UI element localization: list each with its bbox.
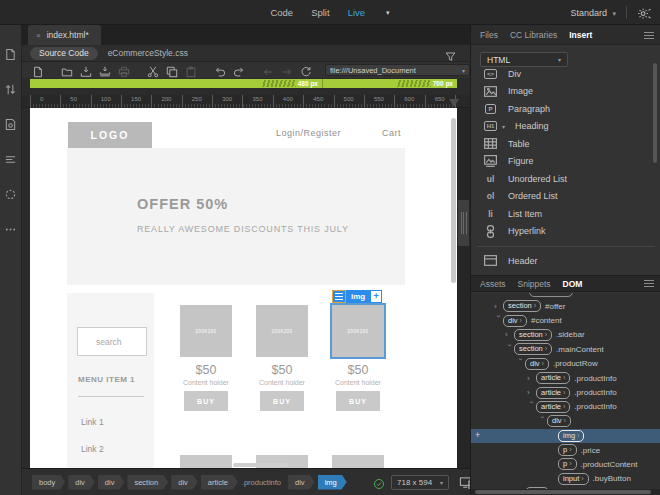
filter-icon[interactable] <box>445 48 456 59</box>
splitter-grip[interactable] <box>458 200 469 246</box>
expander-caret-icon[interactable]: › <box>527 374 536 383</box>
product-content-text[interactable]: Content holder <box>180 379 232 386</box>
dom-tree-node[interactable]: › p .productContent <box>471 457 660 471</box>
expander-caret-icon[interactable]: › <box>494 315 503 324</box>
expander-caret-icon[interactable]: › <box>505 344 514 353</box>
insert-panel-scrollbar[interactable] <box>653 63 657 163</box>
insert-item[interactable]: H1 ▾ Heading <box>471 118 660 136</box>
dom-node-tag[interactable]: div <box>547 415 571 427</box>
dom-tree-node[interactable]: › section .sidebar <box>471 328 660 342</box>
dom-tree-node[interactable]: › div .productRow <box>471 357 660 371</box>
cart-link[interactable]: Cart <box>382 128 401 138</box>
dom-tree-node[interactable]: › p .price <box>471 443 660 457</box>
dom-node-tag[interactable]: section <box>503 300 541 312</box>
tag-path-segment[interactable]: div <box>288 475 315 490</box>
expander-caret-icon[interactable]: › <box>538 416 547 425</box>
tag-path-segment[interactable]: div <box>68 475 95 490</box>
workspace-switcher[interactable]: Standard ▾ <box>570 8 616 18</box>
expander-caret-icon[interactable]: › <box>527 401 536 410</box>
tag-path-segment[interactable]: .productinfo <box>241 475 285 490</box>
live-preview-icon[interactable] <box>4 117 17 130</box>
sidebar-link[interactable]: Link 1 <box>81 417 104 427</box>
product-image-placeholder[interactable]: 200X200 <box>180 305 232 357</box>
insert-item[interactable]: <> ▾ Div <box>471 65 660 83</box>
related-file-source-code[interactable]: Source Code <box>30 47 98 60</box>
selected-tag-label[interactable]: img <box>346 290 370 303</box>
save-icon[interactable] <box>80 64 92 76</box>
add-element-button[interactable]: + <box>370 290 382 303</box>
dom-node-tag[interactable]: article <box>536 401 570 413</box>
copy-icon[interactable] <box>166 64 178 76</box>
gear-sync-icon[interactable] <box>637 6 652 19</box>
site-logo[interactable]: LOGO <box>68 122 152 148</box>
lint-ok-check-icon[interactable] <box>373 476 385 488</box>
print-icon[interactable] <box>118 64 130 76</box>
panel-menu-icon[interactable] <box>644 280 654 287</box>
open-icon[interactable] <box>61 64 73 76</box>
product-price[interactable]: $50 <box>256 363 308 377</box>
insert-item[interactable]: ▾ Header <box>471 252 660 270</box>
product-price[interactable]: $50 <box>332 363 384 377</box>
buy-button[interactable]: BUY <box>260 391 304 411</box>
view-mode-button[interactable]: Code <box>270 7 293 18</box>
view-mode-button[interactable]: Live <box>348 7 365 18</box>
panel-tab[interactable]: DOM <box>563 279 583 289</box>
expander-caret-icon[interactable]: › <box>527 388 536 397</box>
more-icon[interactable] <box>4 222 17 235</box>
tag-path-segment[interactable]: div <box>171 475 198 490</box>
panel-tab[interactable]: Snippets <box>518 279 551 289</box>
dom-panel-horizontal-scrollbar[interactable] <box>471 489 660 495</box>
save-all-icon[interactable] <box>99 64 111 76</box>
insert-item[interactable]: ▾ Table <box>471 135 660 153</box>
redo-icon[interactable] <box>233 64 245 76</box>
cut-icon[interactable] <box>147 64 159 76</box>
undo-icon[interactable] <box>214 64 226 76</box>
product-image-placeholder[interactable]: 200X200 <box>256 305 308 357</box>
product-content-text[interactable]: Content holder <box>332 379 384 386</box>
tag-path-segment[interactable]: section <box>127 475 168 490</box>
tag-path-segment[interactable]: article <box>201 475 238 490</box>
dom-tree-node[interactable]: › div #content <box>471 313 660 327</box>
product-image-placeholder[interactable]: 200X200 <box>332 305 384 357</box>
panel-splitter[interactable] <box>457 108 470 468</box>
dom-node-tag[interactable]: input <box>558 473 589 485</box>
dom-node-tag[interactable]: p <box>558 458 577 470</box>
document-tab[interactable]: × index.html* <box>28 25 101 45</box>
dom-node-tag[interactable]: p <box>558 444 577 456</box>
url-dropdown-icon[interactable]: ▾ <box>462 67 465 74</box>
ruler-position-marker[interactable] <box>449 99 459 107</box>
dom-node-tag[interactable]: img <box>558 430 584 442</box>
panel-tab[interactable]: Assets <box>480 279 506 289</box>
inspect-icon[interactable] <box>4 187 17 200</box>
canvas-vertical-scrollbar[interactable] <box>451 118 456 283</box>
dom-tree-node[interactable]: › section .mainContent <box>471 342 660 356</box>
expander-caret-icon[interactable]: › <box>494 302 503 311</box>
refresh-icon[interactable] <box>300 64 312 76</box>
insert-item[interactable]: P ▾ Paragraph <box>471 100 660 118</box>
insert-item[interactable]: ▾ Figure <box>471 153 660 171</box>
file-icon[interactable] <box>4 47 17 60</box>
tag-path-segment[interactable]: img <box>318 475 347 490</box>
dom-tree-node[interactable]: › div <box>471 414 660 428</box>
view-mode-button[interactable]: Split <box>311 7 329 18</box>
tag-path-segment[interactable]: body <box>32 475 65 490</box>
live-mode-caret-icon[interactable]: ▾ <box>386 9 390 17</box>
dom-tree-node[interactable]: › article .productInfo <box>471 371 660 385</box>
login-register-link[interactable]: Login/Register <box>276 128 341 138</box>
viewport-size-selector[interactable]: 718 x 594 ▾ <box>391 475 449 490</box>
panel-tab[interactable]: Files <box>480 30 498 40</box>
paste-icon[interactable] <box>185 64 197 76</box>
dom-tree-node[interactable]: › input .buyButton <box>471 472 660 486</box>
hamburger-icon[interactable] <box>332 290 346 303</box>
panel-tab[interactable]: Insert <box>569 30 592 40</box>
tag-path-segment[interactable]: div <box>98 475 125 490</box>
dom-node-tag[interactable]: article <box>536 372 570 384</box>
back-icon[interactable] <box>262 64 274 76</box>
buy-button[interactable]: BUY <box>184 391 228 411</box>
buy-button[interactable]: BUY <box>336 391 380 411</box>
sidebar-link[interactable]: Link 2 <box>81 444 104 454</box>
insert-item[interactable]: ol ▾ Ordered List <box>471 188 660 206</box>
dom-tree-node[interactable]: › article .productInfo <box>471 385 660 399</box>
url-address-field[interactable]: file:///Unsaved_Document ▾ <box>325 64 470 76</box>
insert-item[interactable]: ▾ Hyperlink <box>471 223 660 241</box>
